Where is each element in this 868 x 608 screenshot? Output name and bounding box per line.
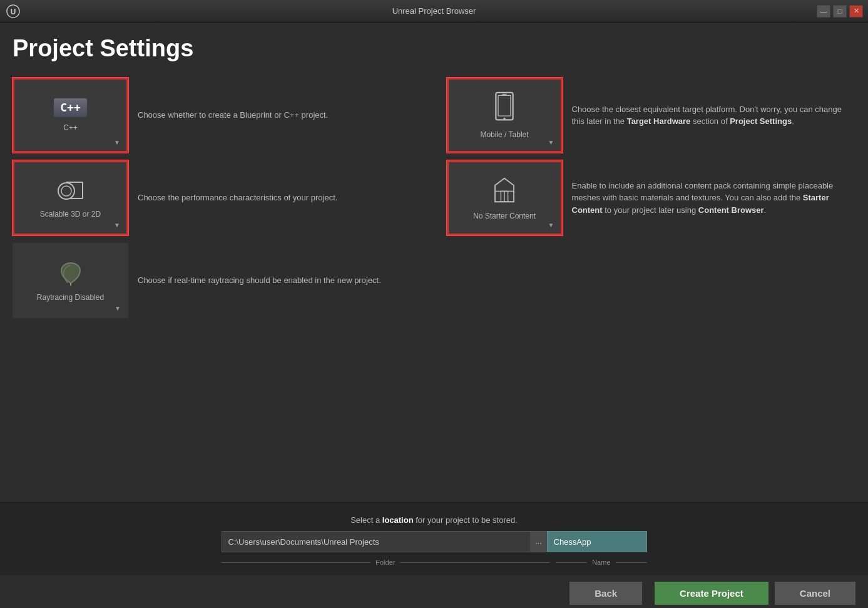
button-row: Back Create Project Cancel xyxy=(0,575,868,608)
folder-sep-line-left xyxy=(222,562,371,563)
close-button[interactable]: ✕ xyxy=(849,5,863,18)
cpp-label: C++ xyxy=(63,123,78,132)
btn-group-right: Create Project Cancel xyxy=(655,582,855,605)
project-name-input[interactable] xyxy=(547,531,647,552)
content-label: No Starter Content xyxy=(473,212,536,220)
mobile-tile[interactable]: Mobile / Tablet ▼ xyxy=(447,78,563,153)
field-separator: Folder Name xyxy=(222,559,647,566)
svg-text:U: U xyxy=(11,7,16,16)
scalable-description: Choose the performance characteristics o… xyxy=(138,192,422,204)
page-title: Project Settings xyxy=(13,35,855,62)
content-area: C++ C++ ▼ Choose whether to create a Blu… xyxy=(0,71,868,324)
scalable-label: Scalable 3D or 2D xyxy=(40,210,101,219)
location-label: Select a location for your project to be… xyxy=(350,515,518,525)
spacer xyxy=(0,324,868,502)
settings-grid: C++ C++ ▼ Choose whether to create a Blu… xyxy=(13,78,855,318)
folder-label: Folder xyxy=(370,559,400,566)
raytracing-tile[interactable]: Raytracing Disabled ▼ xyxy=(13,243,128,318)
cancel-button[interactable]: Cancel xyxy=(775,582,855,605)
header: Project Settings xyxy=(0,23,868,71)
setting-row-content: No Starter Content ▼ Enable to include a… xyxy=(447,160,856,235)
name-sep-line-left xyxy=(556,562,587,563)
raytracing-label: Raytracing Disabled xyxy=(37,293,104,302)
setting-row-mobile: Mobile / Tablet ▼ Choose the closest equ… xyxy=(447,78,856,153)
title-bar-text: Unreal Project Browser xyxy=(392,6,476,16)
cpp-dropdown-arrow[interactable]: ▼ xyxy=(114,139,120,146)
cpp-description: Choose whether to create a Blueprint or … xyxy=(138,109,422,121)
svg-point-7 xyxy=(58,183,74,199)
folder-path-input[interactable] xyxy=(222,531,531,552)
browse-button[interactable]: ... xyxy=(530,531,546,552)
mobile-icon xyxy=(492,91,517,126)
scalable-dropdown-arrow[interactable]: ▼ xyxy=(114,222,120,229)
scalable-icon xyxy=(55,177,86,206)
content-dropdown-arrow[interactable]: ▼ xyxy=(548,222,554,229)
setting-row-cpp: C++ C++ ▼ Choose whether to create a Blu… xyxy=(13,78,422,153)
raytracing-dropdown-arrow[interactable]: ▼ xyxy=(115,305,121,312)
name-sep-line-right xyxy=(616,562,647,563)
folder-sep-line-right xyxy=(400,562,549,563)
back-button[interactable]: Back xyxy=(569,582,642,605)
title-bar-controls: — □ ✕ xyxy=(817,5,863,18)
mobile-dropdown-arrow[interactable]: ▼ xyxy=(548,139,554,146)
create-project-button[interactable]: Create Project xyxy=(655,582,768,605)
cpp-icon: C++ xyxy=(54,98,87,120)
cpp-tile[interactable]: C++ C++ ▼ xyxy=(13,78,128,153)
scalable-tile[interactable]: Scalable 3D or 2D ▼ xyxy=(13,160,128,235)
raytracing-description: Choose if real-time raytracing should be… xyxy=(138,274,422,287)
maximize-button[interactable]: □ xyxy=(833,5,847,18)
cpp-icon-label: C++ xyxy=(54,98,87,117)
content-description: Enable to include an additional content … xyxy=(572,180,856,217)
name-label: Name xyxy=(587,559,615,566)
svg-rect-3 xyxy=(498,95,511,116)
title-bar: U Unreal Project Browser — □ ✕ xyxy=(0,0,868,23)
content-icon xyxy=(492,176,517,208)
mobile-label: Mobile / Tablet xyxy=(480,130,528,139)
mobile-description: Choose the closest equivalent target pla… xyxy=(572,103,856,128)
content-tile[interactable]: No Starter Content ▼ xyxy=(447,160,563,235)
setting-row-raytracing: Raytracing Disabled ▼ Choose if real-tim… xyxy=(13,243,422,318)
svg-point-4 xyxy=(503,118,506,120)
raytracing-icon xyxy=(55,259,86,289)
main-window: Project Settings C++ C++ ▼ Choose whethe… xyxy=(0,23,868,608)
setting-row-scalable: Scalable 3D or 2D ▼ Choose the performan… xyxy=(13,160,422,235)
minimize-button[interactable]: — xyxy=(817,5,830,18)
bottom-section: Select a location for your project to be… xyxy=(0,502,868,575)
ue-logo: U xyxy=(6,4,20,18)
path-row: ... xyxy=(222,531,647,552)
